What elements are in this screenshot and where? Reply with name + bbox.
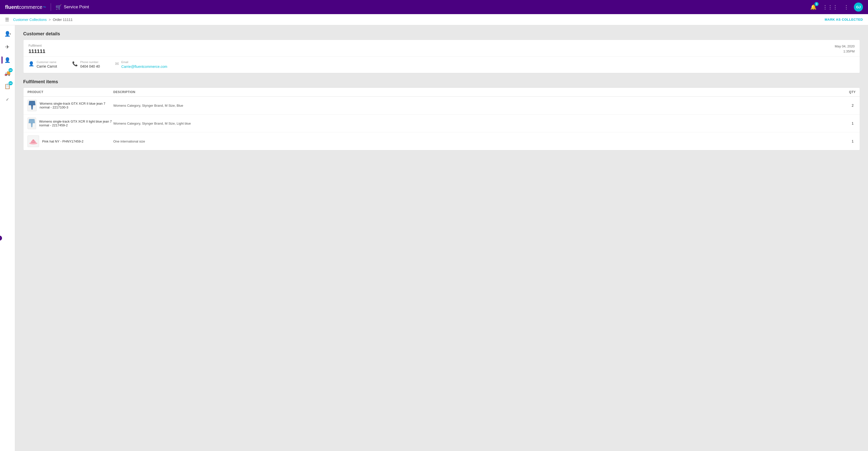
person-icon: 👤 [4,57,10,63]
email-text: Email Carrie@fluentcommerce.com [121,61,167,69]
nav-right: 🔔 3 ⋮⋮⋮ ⋮ GJ [809,2,863,11]
hat-pink-icon [29,137,38,145]
product-cell-2: Womens single-track GTX XCR II light blu… [28,118,113,129]
table-row: Womens single-track GTX XCR II blue jean… [24,97,860,115]
fulfilment-info: Fulfilment 111111 [29,44,45,54]
product-cell-3: Pink hat NY - PHNY17459-2 [28,135,113,147]
breadcrumb-link[interactable]: Customer Collections [13,18,47,22]
phone-value: 0404 040 40 [80,64,100,68]
cart-icon: 🛒 [56,4,62,10]
fulfilment-label: Fulfilment [29,44,45,47]
orders-badge: 10 [8,81,12,85]
table-row: Pink hat NY - PHNY17459-2 One internatio… [24,132,860,150]
qty-1: 2 [835,103,856,107]
apps-grid-button[interactable]: ⋮⋮⋮ [822,3,839,11]
breadcrumb-separator: > [49,18,51,22]
phone-icon: 📞 [72,61,78,67]
app-name-section: 🛒 Service Point [56,4,89,10]
product-name-1: Womens single-track GTX XCR II blue jean… [40,102,113,109]
arrivals-icon: ✈ [5,44,9,50]
customer-details-card: Fulfilment 111111 May 04, 2020 1:35PM 👤 … [23,40,860,73]
breadcrumb: Customer Collections > Order 11111 [13,18,825,22]
qty-2: 1 [835,121,856,125]
product-name-2: Womens single-track GTX XCR II light blu… [39,120,113,127]
description-3: One international size [113,139,835,143]
product-thumbnail-1 [28,100,37,111]
more-options-button[interactable]: ⋮ [843,3,850,11]
col-product: Product [28,90,113,94]
customer-details-title: Customer details [23,31,860,37]
fulfilment-items-table: Product Description QTY Womens sing [23,88,860,150]
jeans-lightblue-icon [28,118,36,128]
qty-3: 1 [835,139,856,143]
user-avatar[interactable]: GJ [854,2,863,11]
product-cell-1: Womens single-track GTX XCR II blue jean… [28,100,113,111]
email-value[interactable]: Carrie@fluentcommerce.com [121,65,167,69]
customer-name-icon: 👤 [29,61,34,67]
description-1: Womens Category, Stynger Brand, M Size, … [113,104,835,107]
svg-point-4 [32,139,34,141]
active-indicator [1,57,2,64]
svg-rect-3 [30,143,36,144]
phone-text: Phone number 0404 040 40 [80,61,100,68]
delivery-badge: 10 [8,68,12,72]
sidebar-item-arrivals[interactable]: ✈ [2,41,13,53]
date-value: May 04, 2020 [835,44,855,49]
customer-name-block: 👤 Customer name Carrie Carrot [29,61,57,69]
mark-as-collected-button[interactable]: MARK AS COLLECTED [825,18,863,22]
chevron-expand-icon: ✓ [6,97,9,102]
customer-name-value: Carrie Carrot [37,64,57,68]
logo-commerce: commerce [19,4,42,10]
sidebar-item-person[interactable]: 👤 [2,55,13,66]
product-thumbnail-3 [28,135,39,147]
table-row: Womens single-track GTX XCR II light blu… [24,115,860,132]
main-layout: 2 👤 ▾ ✈ 👤 🚚 10 📋 10 ✓ [0,25,868,451]
phone-label: Phone number [80,61,100,64]
sidebar: 2 👤 ▾ ✈ 👤 🚚 10 📋 10 ✓ [0,25,15,451]
fulfilment-number: 111111 [29,49,45,54]
card-header: Fulfilment 111111 May 04, 2020 1:35PM [24,40,860,57]
fulfilment-items-title: Fulfilment items [23,79,860,85]
time-value: 1:35PM [835,49,855,54]
step-indicator: 2 [0,235,2,240]
customer-info-row: 👤 Customer name Carrie Carrot 📞 Phone nu… [24,57,860,73]
logo: fluentcommerce~ [5,4,46,10]
sidebar-item-expand[interactable]: ✓ [2,94,13,105]
phone-block: 📞 Phone number 0404 040 40 [72,61,100,69]
sidebar-item-delivery[interactable]: 🚚 10 [2,68,13,79]
main-content: Customer details Fulfilment 111111 May 0… [15,25,868,451]
product-thumbnail-2 [28,118,36,129]
table-header: Product Description QTY [24,88,860,97]
customer-name-label: Customer name [37,61,57,64]
email-icon: ✉ [115,61,119,67]
fulfilment-date: May 04, 2020 1:35PM [835,44,855,54]
description-2: Womens Category, Stynger Brand, M Size, … [113,122,835,125]
app-name: Service Point [64,4,89,9]
product-name-3: Pink hat NY - PHNY17459-2 [42,139,84,143]
hamburger-menu[interactable]: ☰ [5,17,9,23]
top-navigation: fluentcommerce~ 🛒 Service Point 🔔 3 ⋮⋮⋮ … [0,0,868,14]
sidebar-item-user-expand[interactable]: 👤 ▾ [2,28,13,39]
email-block: ✉ Email Carrie@fluentcommerce.com [115,61,167,69]
logo-fluent: fluent [5,4,19,10]
sidebar-item-orders[interactable]: 📋 10 [2,81,13,92]
notifications-button[interactable]: 🔔 3 [809,3,817,11]
col-description: Description [113,90,835,94]
chevron-down-icon: ▾ [9,33,11,35]
email-label: Email [121,61,167,64]
breadcrumb-bar: ☰ Customer Collections > Order 11111 MAR… [0,14,868,25]
svg-rect-0 [30,101,34,102]
col-qty: QTY [835,90,856,94]
jeans-blue-icon [28,100,36,110]
breadcrumb-current: Order 11111 [53,18,73,22]
customer-name-text: Customer name Carrie Carrot [37,61,57,68]
notification-badge: 3 [814,2,818,6]
svg-rect-1 [30,119,34,120]
logo-tilde: ~ [43,4,46,10]
